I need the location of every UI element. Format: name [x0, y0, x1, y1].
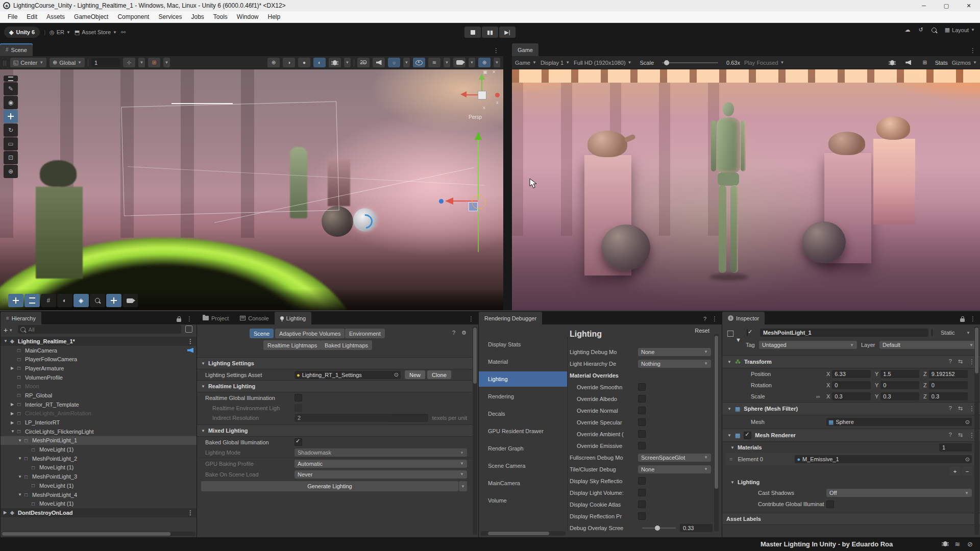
view-orientation-gizmo[interactable]: x x	[462, 76, 501, 114]
hierarchy-item-circlelights-animrotation[interactable]: ▶□CircleLights_AnimRotation	[1, 409, 197, 418]
layer-dropdown[interactable]: Default▼	[879, 341, 976, 349]
viewport-overlay-close-icon[interactable]: ✕	[492, 69, 496, 74]
position-x-field[interactable]: 6.33	[832, 370, 871, 378]
object-picker-icon[interactable]: ⊙	[965, 456, 970, 463]
subtab-adaptive-probe-volumes[interactable]: Adaptive Probe Volumes	[275, 329, 345, 338]
gear-icon[interactable]: ⚙	[461, 330, 467, 336]
camera-settings-caret[interactable]: ▼	[469, 58, 475, 67]
debugger-vscrollbar[interactable]	[714, 334, 719, 532]
debugger-checkbox[interactable]	[638, 442, 646, 449]
debugger-dropdown[interactable]: None▼	[638, 465, 711, 473]
debugger-nav-scene-camera[interactable]: Scene Camera	[479, 458, 567, 473]
help-icon[interactable]: ?	[949, 432, 952, 439]
2d-toggle[interactable]: 2D	[357, 58, 370, 67]
pause-button[interactable]: ▮▮	[482, 27, 498, 38]
hierarchy-item-maincamera[interactable]: □MainCamera	[1, 346, 197, 355]
foldout-arrow[interactable]: ▼	[18, 492, 24, 497]
grid-size-field[interactable]: 1	[91, 58, 120, 67]
presets-icon[interactable]: ⇆	[958, 358, 963, 365]
grid-snap-icon[interactable]: ⊞	[148, 58, 160, 67]
foldout-arrow[interactable]: ▼	[4, 339, 10, 343]
game-target-dropdown[interactable]: Game▼	[515, 60, 536, 66]
hierarchy-item-circlelights-flickeringlight[interactable]: ▼□CircleLights_FlickeringLight	[1, 427, 197, 436]
foldout-arrow[interactable]: ▶	[11, 366, 17, 370]
hierarchy-item-interior-rt-template[interactable]: ▶□Interior_RT_Template	[1, 400, 197, 409]
object-picker-icon[interactable]: ⊙	[394, 371, 399, 378]
menu-edit[interactable]: Edit	[22, 13, 42, 20]
overlay-move-button[interactable]	[8, 294, 23, 307]
center-kebab-icon[interactable]: ⋮	[468, 315, 474, 322]
unity-version-badge[interactable]: ◈ Unity 6	[4, 27, 40, 38]
scale-slider-thumb[interactable]	[664, 60, 669, 65]
tab-project[interactable]: Project	[197, 312, 234, 324]
resolution-dropdown[interactable]: Full HD (980x551)▼	[574, 60, 631, 66]
mesh-filter-header[interactable]: ▼ ▦ Sphere (Mesh Filter) ? ⇆ ⋮	[722, 402, 980, 415]
position-y-field[interactable]: 1.5	[880, 370, 919, 378]
cache-icon[interactable]: ≋	[954, 540, 960, 548]
scale-tool-button[interactable]: ⊡	[4, 151, 18, 164]
settings-asset-field[interactable]: ● Lighting_RT_1_Settings ⊙	[295, 371, 401, 379]
overlay-move2-button[interactable]	[106, 294, 121, 307]
maximize-button[interactable]: ▢	[935, 0, 958, 11]
debugger-nav-render-graph[interactable]: Render Graph	[479, 441, 567, 456]
name-field[interactable]: MeshPointLight_1	[760, 329, 928, 337]
mesh-field[interactable]: ▦ Sphere ⊙	[826, 418, 972, 426]
scale-y-field[interactable]: 0.3	[880, 392, 919, 400]
debugger-nav-display-stats[interactable]: Display Stats	[479, 337, 567, 352]
toolbar-grip[interactable]: ||	[3, 60, 7, 66]
debugger-nav-lighting[interactable]: Lighting	[479, 371, 567, 387]
scene-visibility-icon[interactable]	[413, 58, 425, 67]
menu-window[interactable]: Window	[232, 13, 263, 20]
hierarchy-item-playerarmature[interactable]: ▶□PlayerArmature	[1, 364, 197, 373]
hierarchy-item-movelight-1-[interactable]: □MoveLight (1)	[1, 481, 197, 490]
hand-tool-button[interactable]: ◉	[4, 96, 18, 109]
account-dropdown[interactable]: ◎ ER▼	[50, 29, 70, 36]
shading-unlit-icon[interactable]: ●	[298, 58, 310, 67]
bake-on-scene-load-dropdown[interactable]: Never▼	[295, 470, 467, 479]
rotation-x-field[interactable]: 0	[832, 381, 871, 389]
snap-increment-caret[interactable]: ▼	[138, 58, 145, 67]
static-caret[interactable]: ▼	[966, 331, 970, 335]
debugger-kebab-icon[interactable]: ⋮	[712, 315, 718, 322]
debugger-checkbox[interactable]	[638, 407, 646, 414]
item-kebab-icon[interactable]: ⋮	[187, 509, 193, 516]
persp-label[interactable]: Persp	[469, 114, 482, 120]
debug-draw-caret[interactable]: ▼	[344, 58, 351, 67]
section-mixed-lighting[interactable]: ▼ Mixed Lighting	[197, 424, 472, 437]
static-checkbox[interactable]	[932, 329, 933, 336]
camera-settings-icon[interactable]	[453, 58, 465, 67]
progress-ok-icon[interactable]: ⊘	[967, 540, 973, 548]
layers-caret[interactable]: ▼	[444, 58, 450, 67]
debugger-nav-rendering[interactable]: Rendering	[479, 389, 567, 404]
hierarchy-item-movelight-1-[interactable]: □MoveLight (1)	[1, 499, 197, 508]
slider-value-field[interactable]: 0.33	[680, 524, 713, 532]
scene-lighting-caret[interactable]: ▼	[403, 58, 410, 67]
debugger-checkbox[interactable]	[638, 418, 646, 426]
section-lighting-settings[interactable]: ▼ Lighting Settings	[197, 357, 472, 369]
clone-button[interactable]: Clone	[427, 370, 451, 379]
foldout-arrow[interactable]: ▶	[4, 510, 10, 515]
rect-tool-button[interactable]: ▭	[4, 137, 18, 151]
display-dropdown[interactable]: Display 1▼	[541, 60, 570, 66]
debugger-dropdown[interactable]: Nothing▼	[638, 360, 711, 368]
lock-icon[interactable]	[177, 318, 181, 322]
tab-game[interactable]: Game	[512, 43, 538, 56]
hierarchy-item-dontdestroyonload[interactable]: ▶◈DontDestroyOnLoad⋮	[1, 508, 197, 517]
rotation-z-field[interactable]: 0	[929, 381, 968, 389]
subtab-realtime-lightmaps[interactable]: Realtime Lightmaps	[263, 340, 321, 350]
gameobject-icon-caret[interactable]: ▼	[736, 337, 741, 343]
generate-lighting-button[interactable]: Generate Lighting	[201, 481, 458, 491]
debugger-checkbox[interactable]	[638, 500, 646, 508]
snap-increment-icon[interactable]: ⊹	[123, 58, 135, 67]
foldout-arrow[interactable]: ▶	[11, 402, 17, 407]
tab-scene[interactable]: # Scene	[0, 43, 33, 56]
stats-toggle[interactable]: Stats	[935, 60, 948, 66]
link-icon[interactable]: ⚯	[121, 29, 126, 36]
lock-icon[interactable]	[960, 318, 965, 322]
menu-file[interactable]: File	[3, 13, 22, 20]
step-button[interactable]: ▶|	[499, 27, 516, 38]
foldout-arrow[interactable]: ▼	[730, 445, 734, 450]
object-picker-icon[interactable]: ⊙	[965, 419, 970, 425]
gizmos-toggle-icon[interactable]: ⊕	[478, 58, 491, 67]
overlay-grid-button[interactable]: #	[41, 294, 56, 307]
